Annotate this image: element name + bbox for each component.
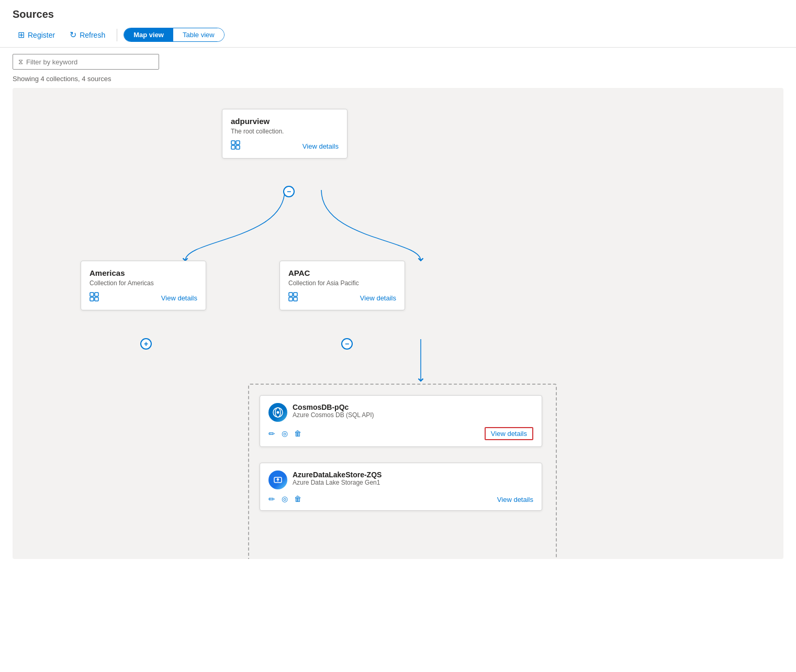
svg-rect-9: [294, 293, 297, 296]
svg-rect-0: [231, 141, 235, 144]
adls-actions: ✏ ◎ 🗑: [268, 495, 301, 504]
apac-view-details[interactable]: View details: [360, 294, 396, 302]
filter-input-container: ⧖: [13, 54, 159, 70]
page-header: Sources ⊞ Register ↻ Refresh Map view Ta…: [0, 0, 796, 48]
adls-footer: ✏ ◎ 🗑 View details: [268, 495, 533, 504]
americas-collection-card: Americas Collection for Americas View de…: [81, 261, 206, 310]
register-icon: ⊞: [18, 30, 25, 40]
adls-text: AzureDataLakeStore-ZQS Azure Data Lake S…: [293, 471, 382, 486]
adls-source-card: AzureDataLakeStore-ZQS Azure Data Lake S…: [260, 463, 542, 511]
svg-rect-1: [236, 141, 240, 144]
view-toggle: Map view Table view: [124, 28, 225, 42]
root-collection-card: adpurview The root collection. View deta…: [222, 109, 347, 159]
map-view-button[interactable]: Map view: [124, 28, 173, 41]
americas-expand-btn[interactable]: +: [140, 338, 152, 350]
cosmos-actions: ✏ ◎ 🗑: [268, 429, 301, 439]
apac-grid-icon: [288, 292, 298, 304]
root-subtitle: The root collection.: [231, 128, 339, 135]
register-button[interactable]: ⊞ Register: [13, 27, 60, 43]
cosmos-scan-icon[interactable]: ◎: [282, 429, 288, 439]
svg-rect-3: [236, 145, 240, 149]
cosmos-text: CosmosDB-pQc Azure Cosmos DB (SQL API): [293, 403, 374, 419]
apac-title: APAC: [288, 268, 396, 277]
americas-title: Americas: [89, 268, 197, 277]
americas-grid-icon: [89, 292, 99, 304]
register-label: Register: [28, 31, 55, 39]
filter-icon: ⧖: [18, 58, 23, 66]
apac-collapse-btn[interactable]: −: [341, 338, 353, 350]
cosmos-title: CosmosDB-pQc: [293, 403, 374, 411]
map-area: adpurview The root collection. View deta…: [13, 88, 783, 559]
showing-label: Showing 4 collections, 4 sources: [0, 73, 796, 88]
cosmos-icon-circle: [268, 403, 287, 422]
adls-title: AzureDataLakeStore-ZQS: [293, 471, 382, 479]
table-view-button[interactable]: Table view: [173, 28, 224, 41]
refresh-label: Refresh: [80, 31, 105, 39]
toolbar: ⊞ Register ↻ Refresh Map view Table view: [13, 27, 783, 43]
svg-rect-8: [289, 293, 293, 296]
cosmos-delete-icon[interactable]: 🗑: [294, 429, 301, 439]
adls-delete-icon[interactable]: 🗑: [294, 495, 301, 504]
cosmos-subtitle: Azure Cosmos DB (SQL API): [293, 411, 374, 419]
svg-rect-5: [95, 293, 98, 296]
adls-scan-icon[interactable]: ◎: [282, 495, 288, 504]
page-title: Sources: [13, 8, 783, 20]
svg-rect-7: [95, 297, 98, 301]
svg-rect-4: [90, 293, 94, 296]
adls-icon-circle: [268, 471, 287, 489]
filter-keyword-input[interactable]: [26, 58, 141, 66]
cosmos-footer: ✏ ◎ 🗑 View details: [268, 427, 533, 440]
refresh-button[interactable]: ↻ Refresh: [64, 27, 110, 43]
cosmos-edit-icon[interactable]: ✏: [268, 429, 275, 439]
root-title: adpurview: [231, 117, 339, 126]
filter-area: ⧖: [0, 48, 796, 73]
svg-point-14: [277, 411, 279, 414]
adls-header: AzureDataLakeStore-ZQS Azure Data Lake S…: [268, 471, 533, 489]
root-footer: View details: [231, 140, 339, 152]
root-view-details[interactable]: View details: [302, 142, 339, 150]
cosmos-header: CosmosDB-pQc Azure Cosmos DB (SQL API): [268, 403, 533, 422]
cosmos-view-details[interactable]: View details: [485, 427, 533, 440]
refresh-icon: ↻: [70, 30, 76, 40]
root-collapse-btn[interactable]: −: [283, 186, 295, 197]
svg-rect-10: [289, 297, 293, 301]
root-grid-icon: [231, 140, 240, 152]
svg-rect-11: [294, 297, 297, 301]
adls-subtitle: Azure Data Lake Storage Gen1: [293, 479, 382, 486]
adls-view-details[interactable]: View details: [497, 496, 533, 503]
cosmos-source-card: CosmosDB-pQc Azure Cosmos DB (SQL API) ✏…: [260, 395, 542, 447]
americas-footer: View details: [89, 292, 197, 304]
svg-rect-2: [231, 145, 235, 149]
toolbar-divider: [117, 29, 117, 41]
svg-rect-6: [90, 297, 94, 301]
apac-footer: View details: [288, 292, 396, 304]
americas-subtitle: Collection for Americas: [89, 279, 197, 287]
apac-subtitle: Collection for Asia Pacific: [288, 279, 396, 287]
adls-edit-icon[interactable]: ✏: [268, 495, 275, 504]
apac-collection-card: APAC Collection for Asia Pacific View de…: [279, 261, 405, 310]
americas-view-details[interactable]: View details: [161, 294, 197, 302]
sources-dashed-container: CosmosDB-pQc Azure Cosmos DB (SQL API) ✏…: [248, 384, 557, 559]
